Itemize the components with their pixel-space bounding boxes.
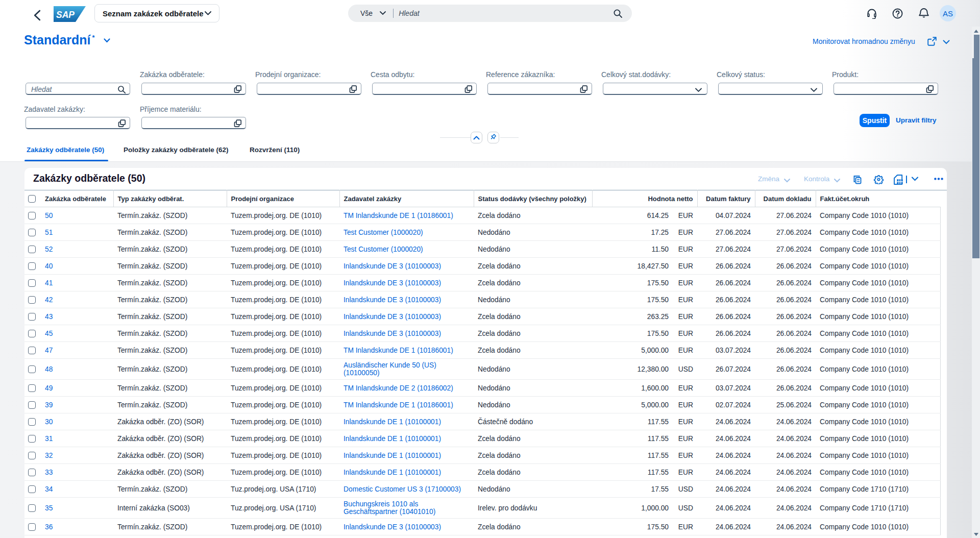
svg-text:SAP: SAP xyxy=(56,10,75,20)
